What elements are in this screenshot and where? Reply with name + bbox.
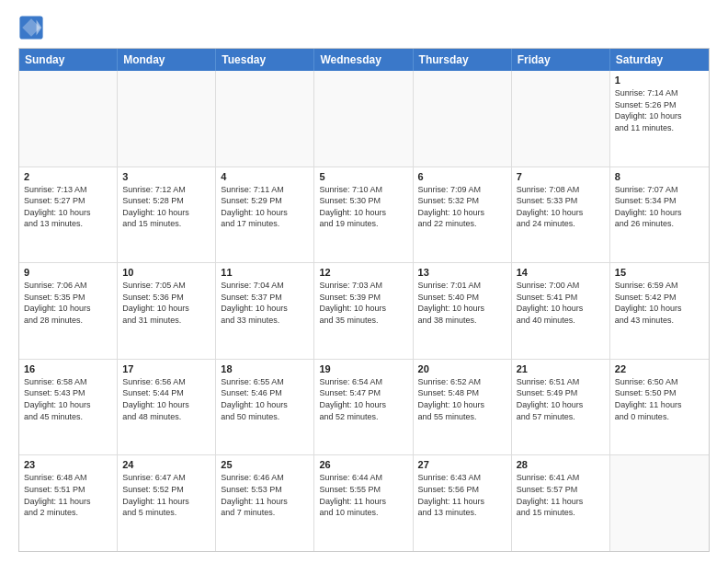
day-info: Sunrise: 6:58 AM Sunset: 5:43 PM Dayligh… — [24, 376, 112, 422]
day-cell: 10Sunrise: 7:05 AM Sunset: 5:36 PM Dayli… — [118, 263, 216, 359]
day-cell: 24Sunrise: 6:47 AM Sunset: 5:52 PM Dayli… — [118, 455, 216, 551]
day-number: 9 — [24, 267, 112, 278]
day-cell: 28Sunrise: 6:41 AM Sunset: 5:57 PM Dayli… — [512, 455, 610, 551]
day-info: Sunrise: 7:07 AM Sunset: 5:34 PM Dayligh… — [615, 184, 704, 230]
day-cell: 8Sunrise: 7:07 AM Sunset: 5:34 PM Daylig… — [610, 167, 709, 263]
page: SundayMondayTuesdayWednesdayThursdayFrid… — [0, 0, 728, 563]
day-number: 12 — [319, 267, 407, 278]
day-info: Sunrise: 6:55 AM Sunset: 5:46 PM Dayligh… — [221, 376, 309, 422]
calendar-row: 23Sunrise: 6:48 AM Sunset: 5:51 PM Dayli… — [19, 454, 709, 551]
calendar-row: 16Sunrise: 6:58 AM Sunset: 5:43 PM Dayli… — [19, 359, 709, 455]
day-cell: 18Sunrise: 6:55 AM Sunset: 5:46 PM Dayli… — [216, 360, 314, 455]
calendar-row: 9Sunrise: 7:06 AM Sunset: 5:35 PM Daylig… — [19, 262, 709, 359]
day-info: Sunrise: 7:13 AM Sunset: 5:27 PM Dayligh… — [24, 184, 112, 230]
day-number: 13 — [418, 267, 506, 278]
logo — [18, 15, 48, 40]
day-info: Sunrise: 7:11 AM Sunset: 5:29 PM Dayligh… — [221, 184, 309, 230]
weekday-header: Saturday — [610, 49, 709, 71]
weekday-header: Sunday — [19, 49, 118, 71]
day-cell: 19Sunrise: 6:54 AM Sunset: 5:47 PM Dayli… — [314, 360, 413, 455]
day-cell: 7Sunrise: 7:08 AM Sunset: 5:33 PM Daylig… — [512, 167, 610, 263]
day-number: 8 — [615, 171, 704, 182]
weekday-header: Thursday — [414, 49, 512, 71]
day-cell: 6Sunrise: 7:09 AM Sunset: 5:32 PM Daylig… — [414, 167, 512, 263]
day-number: 26 — [319, 459, 407, 470]
day-number: 21 — [517, 363, 605, 374]
calendar: SundayMondayTuesdayWednesdayThursdayFrid… — [18, 48, 710, 552]
day-info: Sunrise: 7:14 AM Sunset: 5:26 PM Dayligh… — [615, 87, 704, 133]
empty-cell — [19, 71, 118, 167]
day-info: Sunrise: 7:09 AM Sunset: 5:32 PM Dayligh… — [418, 184, 506, 230]
day-number: 24 — [122, 459, 210, 470]
logo-icon — [18, 15, 44, 40]
day-number: 17 — [122, 363, 210, 374]
day-number: 3 — [122, 171, 210, 182]
empty-cell — [118, 71, 216, 167]
day-cell: 15Sunrise: 6:59 AM Sunset: 5:42 PM Dayli… — [610, 263, 709, 359]
day-number: 16 — [24, 363, 112, 374]
day-info: Sunrise: 6:51 AM Sunset: 5:49 PM Dayligh… — [517, 376, 605, 422]
day-info: Sunrise: 6:50 AM Sunset: 5:50 PM Dayligh… — [615, 376, 704, 422]
day-cell: 2Sunrise: 7:13 AM Sunset: 5:27 PM Daylig… — [19, 167, 118, 263]
weekday-header: Wednesday — [314, 49, 413, 71]
empty-cell — [314, 71, 413, 167]
day-info: Sunrise: 6:43 AM Sunset: 5:56 PM Dayligh… — [418, 472, 506, 518]
weekday-header: Tuesday — [216, 49, 314, 71]
day-info: Sunrise: 6:46 AM Sunset: 5:53 PM Dayligh… — [221, 472, 309, 518]
day-info: Sunrise: 6:59 AM Sunset: 5:42 PM Dayligh… — [615, 280, 704, 326]
calendar-row: 1Sunrise: 7:14 AM Sunset: 5:26 PM Daylig… — [19, 71, 709, 167]
weekday-header: Friday — [512, 49, 610, 71]
day-info: Sunrise: 6:47 AM Sunset: 5:52 PM Dayligh… — [122, 472, 210, 518]
calendar-header: SundayMondayTuesdayWednesdayThursdayFrid… — [19, 49, 709, 71]
day-number: 14 — [517, 267, 605, 278]
day-cell: 23Sunrise: 6:48 AM Sunset: 5:51 PM Dayli… — [19, 455, 118, 551]
day-info: Sunrise: 7:05 AM Sunset: 5:36 PM Dayligh… — [122, 280, 210, 326]
day-number: 22 — [615, 363, 704, 374]
day-cell: 26Sunrise: 6:44 AM Sunset: 5:55 PM Dayli… — [314, 455, 413, 551]
day-number: 19 — [319, 363, 407, 374]
day-cell: 21Sunrise: 6:51 AM Sunset: 5:49 PM Dayli… — [512, 360, 610, 455]
empty-cell — [414, 71, 512, 167]
day-number: 11 — [221, 267, 309, 278]
weekday-header: Monday — [118, 49, 216, 71]
day-number: 6 — [418, 171, 506, 182]
day-info: Sunrise: 7:01 AM Sunset: 5:40 PM Dayligh… — [418, 280, 506, 326]
day-info: Sunrise: 7:00 AM Sunset: 5:41 PM Dayligh… — [517, 280, 605, 326]
day-info: Sunrise: 6:54 AM Sunset: 5:47 PM Dayligh… — [319, 376, 407, 422]
day-number: 18 — [221, 363, 309, 374]
day-info: Sunrise: 7:04 AM Sunset: 5:37 PM Dayligh… — [221, 280, 309, 326]
day-number: 23 — [24, 459, 112, 470]
day-number: 25 — [221, 459, 309, 470]
day-cell: 5Sunrise: 7:10 AM Sunset: 5:30 PM Daylig… — [314, 167, 413, 263]
day-cell: 20Sunrise: 6:52 AM Sunset: 5:48 PM Dayli… — [414, 360, 512, 455]
calendar-body: 1Sunrise: 7:14 AM Sunset: 5:26 PM Daylig… — [19, 71, 709, 551]
day-cell: 3Sunrise: 7:12 AM Sunset: 5:28 PM Daylig… — [118, 167, 216, 263]
day-number: 10 — [122, 267, 210, 278]
header — [18, 15, 710, 40]
day-cell: 1Sunrise: 7:14 AM Sunset: 5:26 PM Daylig… — [610, 71, 709, 167]
day-cell: 14Sunrise: 7:00 AM Sunset: 5:41 PM Dayli… — [512, 263, 610, 359]
day-info: Sunrise: 6:44 AM Sunset: 5:55 PM Dayligh… — [319, 472, 407, 518]
day-info: Sunrise: 6:48 AM Sunset: 5:51 PM Dayligh… — [24, 472, 112, 518]
day-number: 1 — [615, 75, 704, 86]
day-number: 15 — [615, 267, 704, 278]
day-info: Sunrise: 7:12 AM Sunset: 5:28 PM Dayligh… — [122, 184, 210, 230]
day-info: Sunrise: 6:56 AM Sunset: 5:44 PM Dayligh… — [122, 376, 210, 422]
day-number: 5 — [319, 171, 407, 182]
empty-cell — [216, 71, 314, 167]
day-info: Sunrise: 7:10 AM Sunset: 5:30 PM Dayligh… — [319, 184, 407, 230]
day-info: Sunrise: 7:08 AM Sunset: 5:33 PM Dayligh… — [517, 184, 605, 230]
day-info: Sunrise: 6:41 AM Sunset: 5:57 PM Dayligh… — [517, 472, 605, 518]
empty-cell — [610, 455, 709, 551]
day-cell: 12Sunrise: 7:03 AM Sunset: 5:39 PM Dayli… — [314, 263, 413, 359]
day-cell: 17Sunrise: 6:56 AM Sunset: 5:44 PM Dayli… — [118, 360, 216, 455]
day-cell: 4Sunrise: 7:11 AM Sunset: 5:29 PM Daylig… — [216, 167, 314, 263]
day-number: 4 — [221, 171, 309, 182]
day-cell: 16Sunrise: 6:58 AM Sunset: 5:43 PM Dayli… — [19, 360, 118, 455]
day-number: 27 — [418, 459, 506, 470]
day-number: 7 — [517, 171, 605, 182]
day-info: Sunrise: 6:52 AM Sunset: 5:48 PM Dayligh… — [418, 376, 506, 422]
day-number: 2 — [24, 171, 112, 182]
day-cell: 13Sunrise: 7:01 AM Sunset: 5:40 PM Dayli… — [414, 263, 512, 359]
calendar-row: 2Sunrise: 7:13 AM Sunset: 5:27 PM Daylig… — [19, 167, 709, 263]
